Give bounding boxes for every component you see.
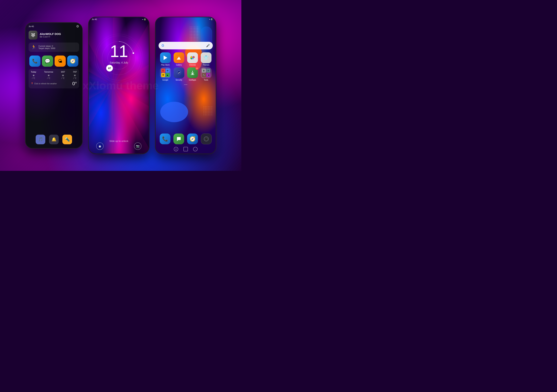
weather-tomorrow: Tomorrow bbox=[44, 71, 53, 73]
right-bottom-dock: 📞 🧭 bbox=[156, 133, 216, 144]
themes-icon: 👕 bbox=[201, 52, 212, 63]
center-bottom-icons: ◉ 📷 bbox=[89, 142, 149, 150]
svg-point-11 bbox=[160, 102, 188, 122]
getapps-badge: 20 bbox=[195, 67, 199, 70]
dock-music-icon[interactable]: 🎵 bbox=[36, 135, 45, 144]
app-row-2: G M 🗺 ▶ Google bbox=[159, 67, 213, 81]
weather-temp-2: / °C bbox=[44, 77, 53, 79]
weather-temp-3: / °C bbox=[61, 77, 65, 79]
app-phone[interactable]: 📞 bbox=[29, 56, 41, 67]
weather-today: Today bbox=[31, 71, 36, 73]
dock-flashlight-icon[interactable]: 🔦 bbox=[62, 135, 72, 144]
profile-name: AlexWOLF DOG bbox=[40, 32, 61, 35]
right-dots-bottom bbox=[204, 106, 213, 116]
camera-left-icon[interactable]: ◉ bbox=[96, 142, 104, 150]
app-playstore[interactable]: Play Store bbox=[159, 52, 172, 66]
app-row-1: Play Store Gallery bbox=[159, 52, 213, 66]
playstore-label: Play Store bbox=[161, 64, 170, 66]
app-tools[interactable]: 📱 ⚙ 🔧 📲 Tools bbox=[200, 67, 213, 81]
steps-widget: 🏃 Current steps: 0 Target steps: 5000 bbox=[29, 42, 79, 52]
svg-rect-8 bbox=[204, 106, 213, 116]
camera-right-icon[interactable]: 📷 bbox=[134, 142, 141, 150]
svg-rect-6 bbox=[190, 26, 199, 41]
current-temp: 0° bbox=[72, 81, 77, 87]
chrome-icon bbox=[187, 52, 198, 63]
getapps-icon: 20 bbox=[187, 67, 198, 78]
right-status-bar: ▪▪ 🔋 bbox=[156, 17, 216, 21]
app-getapps[interactable]: 20 GetApps bbox=[186, 67, 199, 81]
nav-recents-icon[interactable]: ‹ bbox=[193, 147, 197, 151]
app-chrome[interactable]: Chrome bbox=[186, 52, 199, 66]
nav-back-icon[interactable]: ||| bbox=[174, 147, 178, 151]
page-indicator: — bbox=[156, 82, 216, 86]
avatar: 🐺 bbox=[29, 31, 38, 40]
lock-date: Saturday, 4 July bbox=[89, 61, 149, 64]
app-messages[interactable]: 💬 bbox=[42, 56, 53, 67]
location-icon: 📍 bbox=[31, 82, 33, 85]
phone-left: Jio 4G ⚙ 🐺 AlexWOLF DOG Be Cool !!! 🏃 bbox=[25, 22, 83, 148]
gallery-icon bbox=[174, 52, 184, 63]
weather-day3: 6/07 bbox=[61, 71, 65, 73]
lock-hour: 11 bbox=[110, 43, 128, 60]
app-security[interactable]: Security bbox=[172, 67, 186, 81]
google-folder-icon: G M 🗺 ▶ bbox=[160, 67, 171, 78]
right-dots bbox=[190, 26, 199, 42]
weather-day4: 7/07 bbox=[73, 71, 77, 73]
security-label: Security bbox=[175, 79, 182, 81]
weather-sun-icon-3: ☀ bbox=[61, 74, 65, 77]
weather-temp-4: / °C bbox=[73, 77, 77, 79]
lock-time-container: 11 07 bbox=[89, 43, 149, 60]
google-g-icon: G bbox=[162, 44, 164, 48]
tools-label: Tools bbox=[204, 79, 208, 81]
right-dock-camera[interactable] bbox=[201, 133, 212, 144]
gallery-label: Gallery bbox=[176, 64, 182, 66]
left-gear-icon[interactable]: ⚙ bbox=[76, 24, 79, 28]
getapps-label: GetApps bbox=[189, 79, 196, 81]
target-steps-label: Target steps: 5000 bbox=[38, 47, 55, 49]
runner-icon: 🏃 bbox=[31, 45, 36, 49]
blob-blue bbox=[159, 101, 189, 124]
app-gallery[interactable]: Gallery bbox=[172, 52, 186, 66]
left-bottom-dock: 🎵 🔔 🔦 bbox=[26, 135, 82, 144]
weather-sun-icon-4: ☀ bbox=[73, 74, 77, 77]
chrome-label: Chrome bbox=[189, 64, 196, 66]
themes-label: Themes bbox=[203, 64, 209, 66]
avatar-icon: 🐺 bbox=[31, 33, 35, 37]
app-google-folder[interactable]: G M 🗺 ▶ Google bbox=[159, 67, 172, 81]
weather-widget: Today ☀ / °C Tomorrow ☀ / °C 6/07 ☀ / °C bbox=[29, 69, 79, 88]
phones-container: Jio 4G ⚙ 🐺 AlexWOLF DOG Be Cool !!! 🏃 bbox=[0, 0, 241, 171]
dock-bell-icon[interactable]: 🔔 bbox=[49, 135, 59, 144]
security-icon bbox=[174, 67, 184, 78]
google-search-bar[interactable]: G 🎤 bbox=[159, 42, 213, 49]
app-themes[interactable]: 👕 Themes bbox=[200, 52, 213, 66]
profile-section: 🐺 AlexWOLF DOG Be Cool !!! bbox=[26, 29, 82, 41]
right-dock-phone[interactable]: 📞 bbox=[160, 133, 171, 144]
phone-right: ▪▪ 🔋 ☁ + bbox=[155, 17, 216, 154]
microphone-icon[interactable]: 🎤 bbox=[206, 44, 210, 47]
current-steps-label: Current steps: 0 bbox=[38, 45, 55, 47]
slide-unlock-text[interactable]: Slide up to unlock bbox=[89, 140, 149, 142]
google-folder-label: Google bbox=[162, 79, 168, 81]
tools-icon: 📱 ⚙ 🔧 📲 bbox=[201, 67, 212, 78]
weather-temp-1: / °C bbox=[31, 77, 36, 79]
profile-subtitle: Be Cool !!! bbox=[40, 35, 61, 38]
weather-sun-icon-1: ☀ bbox=[31, 74, 36, 77]
phone-center: Jio 4G ▪▪ 🔋 bbox=[88, 17, 149, 154]
left-carrier: Jio 4G bbox=[29, 25, 34, 27]
nav-bar: ||| ‹ bbox=[156, 147, 216, 151]
right-status-icons: ▪▪ 🔋 bbox=[209, 18, 213, 20]
weather-refresh-text[interactable]: Click to refresh the weather bbox=[34, 83, 57, 85]
weather-sun-icon-2: ☀ bbox=[44, 74, 53, 77]
right-dock-compass[interactable]: 🧭 bbox=[187, 133, 198, 144]
nav-home-icon[interactable] bbox=[183, 147, 188, 151]
svg-marker-12 bbox=[164, 56, 167, 60]
right-apps-grid: Play Store Gallery bbox=[156, 52, 216, 81]
center-carrier: Jio 4G bbox=[92, 18, 97, 20]
center-status-bar: Jio 4G ▪▪ 🔋 bbox=[89, 17, 149, 22]
app-compass[interactable]: 🧭 bbox=[67, 56, 78, 67]
app-weather[interactable]: 🌤 bbox=[55, 56, 66, 67]
left-status-bar: Jio 4G ⚙ bbox=[26, 23, 82, 29]
svg-point-22 bbox=[206, 138, 207, 139]
right-dock-messages[interactable] bbox=[173, 133, 184, 144]
lock-minute-badge: 07 bbox=[106, 65, 113, 72]
